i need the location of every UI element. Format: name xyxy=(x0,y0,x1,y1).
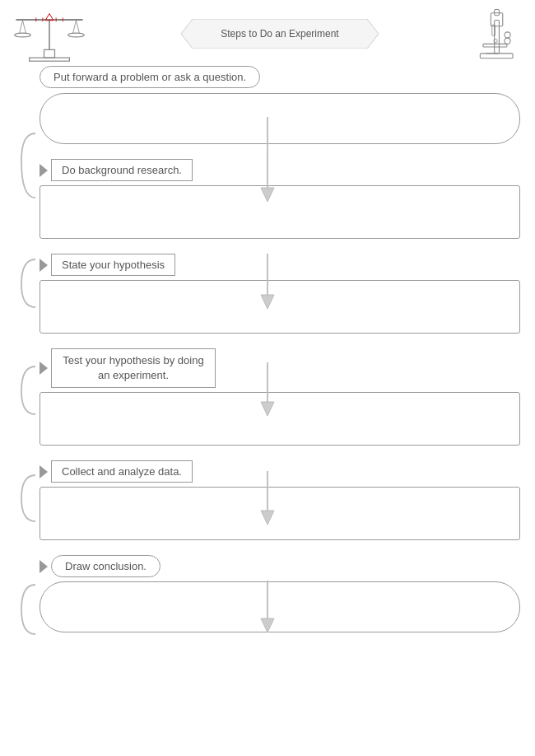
svg-text:Steps to Do an Experiment: Steps to Do an Experiment xyxy=(221,28,339,40)
step-2-section: State your hypothesis xyxy=(15,254,520,334)
svg-rect-20 xyxy=(495,9,500,15)
step-4-section: Collect and analyze data. xyxy=(15,460,520,540)
step-3-arrow-pointer xyxy=(40,362,48,375)
svg-rect-2 xyxy=(49,20,50,49)
svg-rect-17 xyxy=(480,53,513,58)
step-3-label: Test your hypothesis by doing an experim… xyxy=(51,348,216,388)
header: Steps to Do an Experiment xyxy=(0,0,535,66)
header-title-wrap: Steps to Do an Experiment xyxy=(91,19,469,51)
step-1-label: Do background research. xyxy=(51,159,193,181)
svg-line-5 xyxy=(19,20,22,33)
svg-point-7 xyxy=(15,33,31,37)
svg-point-10 xyxy=(68,33,85,37)
step-2-label: State your hypothesis xyxy=(51,254,175,276)
step-1-input[interactable] xyxy=(40,185,520,239)
svg-point-26 xyxy=(505,38,510,44)
svg-line-9 xyxy=(77,20,80,33)
svg-line-6 xyxy=(23,20,26,33)
step-2-input[interactable] xyxy=(40,280,520,334)
step-5-label: Draw conclusion. xyxy=(51,555,160,577)
microscope-icon xyxy=(469,8,527,62)
step-5-input[interactable] xyxy=(40,581,520,632)
step-2-arrow-pointer xyxy=(40,259,48,272)
svg-point-25 xyxy=(505,31,510,37)
svg-line-8 xyxy=(72,20,76,33)
svg-rect-1 xyxy=(30,58,70,61)
step-4-label: Collect and analyze data. xyxy=(51,460,193,483)
svg-rect-23 xyxy=(483,44,507,47)
step-1-section: Do background research. xyxy=(15,159,520,239)
svg-rect-0 xyxy=(44,49,55,58)
balance-scale-icon xyxy=(8,8,91,62)
step-0-input[interactable] xyxy=(40,93,520,144)
main-content: Put forward a problem or ask a question.… xyxy=(0,66,535,632)
step-3-input[interactable] xyxy=(40,392,520,446)
step-0-label: Put forward a problem or ask a question. xyxy=(40,66,260,88)
step-0-section: Put forward a problem or ask a question. xyxy=(15,66,520,144)
step-5-arrow-pointer xyxy=(40,560,48,573)
step-3-section: Test your hypothesis by doing an experim… xyxy=(15,348,520,446)
step-4-input[interactable] xyxy=(40,487,520,540)
step-5-section: Draw conclusion. xyxy=(15,555,520,632)
step-4-arrow-pointer xyxy=(40,465,48,478)
step-1-arrow-pointer xyxy=(40,164,48,177)
banner-shape: Steps to Do an Experiment xyxy=(181,19,379,49)
